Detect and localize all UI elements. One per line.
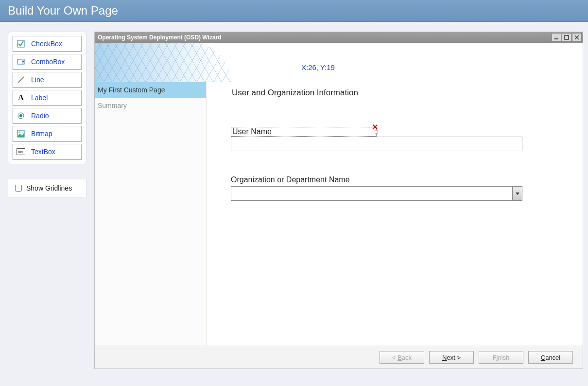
tool-label: Radio — [31, 112, 49, 120]
bitmap-icon — [17, 129, 25, 138]
org-label: Organization or Department Name — [231, 175, 558, 184]
show-gridlines-label: Show Gridlines — [26, 184, 72, 192]
tool-label: TextBox — [31, 148, 55, 156]
wizard-titlebar[interactable]: Operating System Deployment (OSD) Wizard — [95, 32, 583, 43]
step-summary[interactable]: Summary — [95, 98, 206, 113]
tool-label: Bitmap — [31, 130, 52, 138]
username-group: User Name ✕ — [231, 127, 558, 151]
coordinate-readout: X:26, Y:19 — [301, 63, 335, 71]
show-gridlines-box: Show Gridlines — [8, 179, 86, 197]
wizard-footer: < Back Next > Finish Cancel — [95, 346, 583, 368]
textbox-icon: abl — [17, 147, 25, 156]
tool-bitmap[interactable]: Bitmap — [12, 126, 82, 142]
wizard-title: Operating System Deployment (OSD) Wizard — [98, 34, 222, 41]
finish-button: Finish — [479, 351, 523, 364]
username-input[interactable] — [231, 137, 522, 151]
wizard-steps: My First Custom Page Summary — [95, 82, 207, 346]
back-button: < Back — [380, 351, 424, 364]
username-label-control[interactable]: User Name ✕ — [231, 127, 377, 137]
main-area: CheckBox ComboBox Line A Label — [0, 22, 588, 374]
tool-label: CheckBox — [31, 40, 62, 48]
banner-mesh-graphic — [95, 43, 231, 82]
checkbox-icon — [17, 39, 25, 48]
tool-checkbox[interactable]: CheckBox — [12, 36, 82, 52]
tool-label: Line — [31, 76, 44, 84]
chevron-down-icon[interactable] — [512, 187, 522, 200]
svg-point-5 — [19, 114, 22, 117]
next-button[interactable]: Next > — [429, 351, 474, 364]
resize-handle-icon[interactable] — [375, 130, 378, 134]
svg-rect-11 — [565, 35, 569, 39]
line-icon — [17, 75, 25, 84]
form-heading: User and Organization Information — [231, 88, 558, 98]
title-buttons — [551, 33, 582, 42]
wizard-banner: X:26, Y:19 — [95, 43, 583, 82]
tool-radio[interactable]: Radio — [12, 108, 82, 124]
tool-line[interactable]: Line — [12, 72, 82, 88]
org-combobox-input[interactable] — [231, 187, 512, 200]
tool-label: ComboBox — [31, 58, 65, 66]
left-column: CheckBox ComboBox Line A Label — [8, 32, 86, 369]
tool-label-text: Label — [31, 94, 48, 102]
step-my-first-custom-page[interactable]: My First Custom Page — [95, 82, 206, 98]
svg-line-3 — [18, 77, 24, 83]
page-header: Build Your Own Page — [0, 0, 588, 22]
tool-textbox[interactable]: abl TextBox — [12, 144, 82, 160]
org-combobox[interactable] — [231, 186, 522, 201]
org-group: Organization or Department Name — [231, 175, 558, 201]
svg-point-7 — [18, 131, 20, 133]
combobox-icon — [17, 57, 25, 66]
tool-combobox[interactable]: ComboBox — [12, 54, 82, 70]
svg-text:abl: abl — [18, 150, 23, 154]
page-title: Build Your Own Page — [8, 4, 118, 17]
toolbox-panel: CheckBox ComboBox Line A Label — [8, 32, 86, 164]
wizard-window: Operating System Deployment (OSD) Wizard… — [94, 32, 583, 369]
cancel-button[interactable]: Cancel — [528, 351, 573, 364]
show-gridlines-checkbox[interactable] — [15, 185, 22, 192]
radio-icon — [17, 111, 25, 120]
wizard-body: My First Custom Page Summary User and Or… — [95, 82, 583, 346]
maximize-button[interactable] — [562, 33, 571, 42]
minimize-button[interactable] — [552, 33, 561, 42]
tool-label[interactable]: A Label — [12, 90, 82, 106]
form-area: User and Organization Information User N… — [207, 82, 583, 346]
close-button[interactable] — [572, 33, 582, 42]
username-label: User Name — [232, 127, 272, 136]
label-icon: A — [17, 93, 25, 102]
